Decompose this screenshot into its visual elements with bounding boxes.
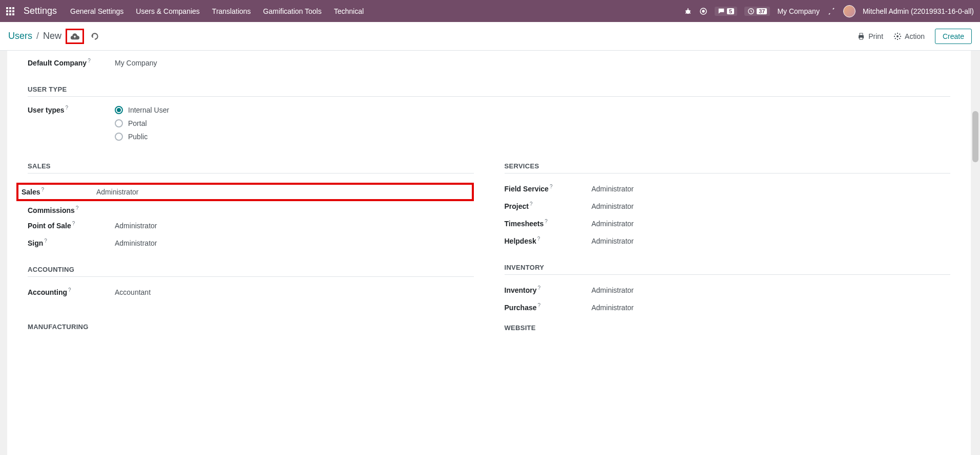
svg-line-5 [690,13,691,13]
project-value[interactable]: Administrator [592,200,634,212]
menu-technical[interactable]: Technical [334,7,364,15]
section-divider [28,173,474,174]
svg-point-7 [702,10,704,12]
discard-button[interactable] [90,32,99,41]
help-icon[interactable]: ? [538,302,541,308]
inventory-value[interactable]: Administrator [592,284,634,296]
purchase-value[interactable]: Administrator [592,301,634,314]
services-section-title: SERVICES [505,162,951,170]
pos-label: Point of Sale? [28,222,115,230]
avatar[interactable] [843,5,856,17]
breadcrumb: Users / New [8,31,61,41]
help-icon[interactable]: ? [44,238,47,244]
breadcrumb-new: New [43,31,61,41]
help-icon[interactable]: ? [537,236,540,242]
bug-icon[interactable] [684,7,692,15]
radio-icon [115,133,123,141]
project-label: Project? [505,202,592,210]
svg-rect-11 [860,37,863,39]
default-company-value[interactable]: My Company [115,57,157,69]
timesheets-value[interactable]: Administrator [592,218,634,230]
help-icon[interactable]: ? [72,221,75,226]
topbar-left: Settings General Settings Users & Compan… [6,6,364,16]
svg-line-4 [685,13,686,13]
section-divider [505,173,951,174]
print-icon [857,32,865,40]
apps-icon[interactable] [6,7,14,15]
breadcrumb-users[interactable]: Users [8,31,32,41]
help-icon[interactable]: ? [550,184,553,189]
create-button[interactable]: Create [935,29,972,44]
sales-label: Sales? [22,188,96,196]
default-company-label: Default Company? [28,59,115,67]
radio-public[interactable]: Public [115,133,169,141]
activities-button[interactable]: 37 [744,7,770,16]
inventory-section-title: INVENTORY [505,264,951,271]
breadcrumb-bar: Users / New Print Action Create [0,22,980,51]
field-service-row: Field Service? Administrator [505,183,951,195]
inventory-row: Inventory? Administrator [505,284,951,296]
action-button[interactable]: Action [893,32,925,40]
gear-icon [893,32,902,40]
radio-portal[interactable]: Portal [115,119,169,127]
user-types-row: User types? Internal User Portal Public [28,106,950,141]
menu-gamification-tools[interactable]: Gamification Tools [263,7,322,15]
commissions-label: Commissions? [28,206,115,214]
purchase-row: Purchase? Administrator [505,301,951,314]
help-icon[interactable]: ? [76,205,79,211]
main-menu: General Settings Users & Companies Trans… [70,7,364,15]
help-icon[interactable]: ? [88,58,91,63]
pos-value[interactable]: Administrator [115,220,157,232]
messages-button[interactable]: 5 [715,7,737,16]
website-section-title: WEBSITE [505,324,951,332]
accounting-row: Accounting? Accountant [28,286,474,298]
svg-line-3 [690,11,691,11]
undo-icon [90,32,99,41]
left-column: SALES Sales? Administrator Commissions? … [28,146,474,335]
helpdesk-value[interactable]: Administrator [592,235,634,247]
clock-icon [747,8,755,15]
right-column: SERVICES Field Service? Administrator Pr… [505,146,951,335]
svg-point-12 [896,35,899,37]
help-icon[interactable]: ? [530,201,533,207]
app-title: Settings [24,6,57,16]
help-icon[interactable]: ? [41,187,45,192]
menu-users-companies[interactable]: Users & Companies [136,7,200,15]
timesheets-label: Timesheets? [505,220,592,228]
menu-translations[interactable]: Translations [212,7,251,15]
action-label: Action [905,32,925,40]
svg-rect-10 [860,33,863,35]
section-divider [28,276,474,277]
helpdesk-row: Helpdesk? Administrator [505,235,951,247]
section-divider [505,274,951,275]
breadcrumb-separator: / [36,31,39,41]
help-icon[interactable]: ? [66,105,69,111]
sales-row-highlighted: Sales? Administrator [16,183,474,201]
chat-icon [718,8,725,15]
scroll-thumb[interactable] [972,111,978,162]
content-area: Default Company? My Company USER TYPE Us… [0,51,980,455]
cloud-upload-icon [70,32,79,40]
tools-icon[interactable] [827,7,836,16]
save-button[interactable] [66,29,84,44]
help-icon[interactable]: ? [538,285,541,291]
manufacturing-section-title: MANUFACTURING [28,323,474,331]
print-button[interactable]: Print [857,32,883,40]
menu-general-settings[interactable]: General Settings [70,7,123,15]
company-switcher[interactable]: My Company [777,7,819,15]
scroll-gutter-left [0,51,7,455]
svg-point-0 [686,10,690,14]
svg-line-2 [685,11,686,11]
topbar: Settings General Settings Users & Compan… [0,0,980,22]
scrollbar[interactable] [971,51,980,455]
field-service-label: Field Service? [505,185,592,193]
field-service-value[interactable]: Administrator [592,183,634,195]
help-icon[interactable]: ? [545,219,548,224]
help-icon[interactable]: ? [68,287,71,293]
accounting-value[interactable]: Accountant [115,286,151,298]
support-icon[interactable] [699,7,707,15]
sales-value[interactable]: Administrator [96,186,138,198]
radio-internal-user[interactable]: Internal User [115,106,169,114]
username[interactable]: Mitchell Admin (22019931-16-0-all) [863,7,974,15]
sign-value[interactable]: Administrator [115,237,157,249]
